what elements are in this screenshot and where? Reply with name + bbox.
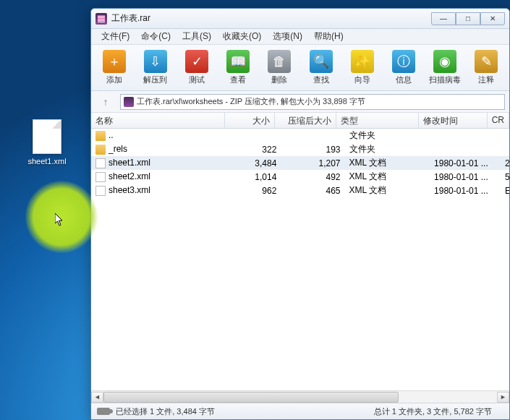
toolbar-info-button[interactable]: ⓘ信息	[383, 47, 423, 89]
status-selected: 已经选择 1 文件, 3,484 字节	[116, 406, 374, 417]
header-packed[interactable]: 压缩后大小	[275, 113, 336, 128]
file-packed: 193	[281, 144, 344, 155]
view-icon: 📖	[226, 50, 250, 73]
app-icon	[95, 13, 107, 25]
table-row[interactable]: _rels322193文件夹	[91, 142, 509, 156]
toolbar-label: 查找	[313, 74, 329, 85]
file-name: sheet1.xml	[109, 158, 150, 168]
column-headers: 名称 大小 压缩后大小 类型 修改时间 CR	[91, 113, 509, 129]
toolbar-view-button[interactable]: 📖查看	[218, 47, 258, 89]
toolbar-find-button[interactable]: 🔍查找	[301, 47, 341, 89]
toolbar-label: 添加	[106, 74, 122, 85]
scroll-track[interactable]	[103, 392, 497, 403]
file-crc: E0	[501, 185, 509, 197]
menu-help[interactable]: 帮助(H)	[308, 29, 349, 44]
file-list[interactable]: ..文件夹_rels322193文件夹sheet1.xml3,4841,207X…	[91, 129, 509, 390]
extract-icon: ⇩	[144, 50, 167, 73]
file-type: XML 文档	[345, 156, 430, 170]
toolbar-comment-button[interactable]: ✎注释	[467, 47, 506, 89]
table-row[interactable]: sheet2.xml1,014492XML 文档1980-01-01 ...5A	[91, 170, 509, 184]
file-size	[230, 135, 281, 137]
toolbar-label: 测试	[189, 74, 205, 85]
folder-icon	[95, 145, 106, 155]
horizontal-scrollbar[interactable]: ◄ ►	[91, 390, 509, 403]
file-modified	[430, 149, 501, 150]
file-icon	[95, 172, 106, 182]
file-modified: 1980-01-01 ...	[430, 185, 501, 197]
file-crc: 5A	[501, 171, 509, 183]
path-box[interactable]: 工作表.rar\xl\worksheets - ZIP 压缩文件, 解包大小为 …	[120, 94, 505, 110]
path-text: 工作表.rar\xl\worksheets - ZIP 压缩文件, 解包大小为 …	[137, 96, 365, 107]
file-size: 322	[230, 144, 281, 155]
file-modified: 1980-01-01 ...	[430, 158, 501, 169]
file-name: _rels	[109, 144, 127, 154]
file-crc	[501, 135, 509, 137]
menu-file[interactable]: 文件(F)	[95, 29, 135, 44]
winrar-window: 工作表.rar — □ ✕ 文件(F) 命令(C) 工具(S) 收藏夹(O) 选…	[90, 8, 510, 420]
folder-icon	[95, 131, 106, 141]
menu-commands[interactable]: 命令(C)	[135, 29, 177, 44]
header-modified[interactable]: 修改时间	[419, 113, 488, 128]
file-type: 文件夹	[345, 142, 430, 156]
archive-icon	[124, 97, 134, 107]
info-icon: ⓘ	[392, 50, 415, 73]
toolbar-wizard-button[interactable]: ✨向导	[342, 47, 382, 89]
file-crc: 2E	[501, 158, 509, 169]
minimize-button[interactable]: —	[431, 12, 456, 25]
file-name: sheet3.xml	[109, 185, 150, 195]
table-row[interactable]: sheet3.xml962465XML 文档1980-01-01 ...E0	[91, 184, 509, 197]
file-packed: 492	[281, 171, 344, 183]
desktop-file-icon[interactable]: sheet1.xml	[25, 119, 69, 166]
maximize-button[interactable]: □	[456, 12, 480, 25]
file-type: 文件夹	[345, 129, 430, 142]
add-icon: ＋	[103, 50, 126, 73]
test-icon: ✓	[185, 50, 208, 73]
toolbar-extract-button[interactable]: ⇩解压到	[135, 47, 175, 89]
file-type: XML 文档	[345, 184, 430, 197]
toolbar-test-button[interactable]: ✓测试	[177, 47, 216, 89]
header-crc[interactable]: CR	[488, 113, 509, 128]
file-icon	[95, 158, 106, 168]
file-size: 962	[230, 185, 281, 197]
toolbar-label: 删除	[271, 74, 287, 85]
menu-tools[interactable]: 工具(S)	[177, 29, 217, 44]
comment-icon: ✎	[475, 50, 498, 73]
toolbar-label: 扫描病毒	[429, 74, 461, 85]
header-type[interactable]: 类型	[336, 113, 419, 128]
header-size[interactable]: 大小	[225, 113, 275, 128]
menubar: 文件(F) 命令(C) 工具(S) 收藏夹(O) 选项(N) 帮助(H)	[91, 29, 509, 45]
menu-options[interactable]: 选项(N)	[267, 29, 308, 44]
navbar: ↑ 工作表.rar\xl\worksheets - ZIP 压缩文件, 解包大小…	[91, 91, 509, 113]
toolbar-label: 向导	[354, 74, 370, 85]
file-name: ..	[109, 130, 114, 140]
toolbar-add-button[interactable]: ＋添加	[94, 47, 134, 89]
file-packed	[281, 135, 344, 137]
toolbar: ＋添加⇩解压到✓测试📖查看🗑删除🔍查找✨向导ⓘ信息◉扫描病毒✎注释	[91, 45, 509, 91]
file-icon	[33, 119, 61, 154]
scroll-right-button[interactable]: ►	[497, 392, 509, 403]
scroll-left-button[interactable]: ◄	[91, 392, 103, 403]
toolbar-scan-button[interactable]: ◉扫描病毒	[425, 47, 465, 89]
status-icon	[97, 408, 110, 415]
file-modified	[430, 135, 501, 137]
table-row[interactable]: sheet1.xml3,4841,207XML 文档1980-01-01 ...…	[91, 156, 509, 170]
find-icon: 🔍	[310, 50, 333, 73]
toolbar-label: 信息	[396, 74, 412, 85]
up-button[interactable]: ↑	[95, 94, 116, 110]
file-crc	[501, 149, 509, 150]
desktop-file-label: sheet1.xml	[25, 157, 69, 166]
file-packed: 465	[281, 185, 344, 197]
toolbar-label: 注释	[478, 74, 494, 85]
window-title: 工作表.rar	[111, 12, 431, 25]
menu-favorites[interactable]: 收藏夹(O)	[217, 29, 267, 44]
titlebar[interactable]: 工作表.rar — □ ✕	[91, 9, 509, 29]
delete-icon: 🗑	[268, 50, 291, 73]
scroll-thumb[interactable]	[103, 392, 399, 403]
statusbar: 已经选择 1 文件, 3,484 字节 总计 1 文件夹, 3 文件, 5,78…	[91, 403, 509, 419]
close-button[interactable]: ✕	[480, 12, 505, 25]
table-row[interactable]: ..文件夹	[91, 129, 509, 142]
header-name[interactable]: 名称	[91, 113, 225, 128]
toolbar-delete-button[interactable]: 🗑删除	[260, 47, 299, 89]
file-type: XML 文档	[345, 170, 430, 184]
file-name: sheet2.xml	[109, 171, 150, 181]
